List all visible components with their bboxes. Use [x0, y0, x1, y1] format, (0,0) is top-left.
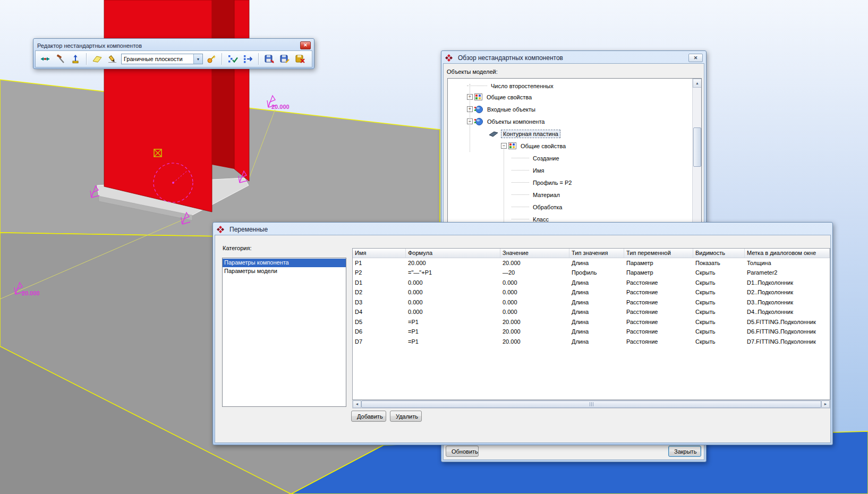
table-row[interactable]: P2="—"+P1—20ПрофильПараметрСкрытьParamet…: [353, 268, 830, 278]
table-cell[interactable]: Скрыть: [693, 297, 745, 308]
tree-item-label[interactable]: Общие свойства: [519, 142, 567, 150]
variables-titlebar[interactable]: Переменные: [215, 224, 831, 235]
table-cell[interactable]: D7: [353, 337, 406, 347]
tree-item-label[interactable]: Профиль = P2: [531, 179, 573, 186]
tree-item[interactable]: Создание: [448, 152, 701, 164]
table-cell[interactable]: Расстояние: [624, 337, 693, 347]
table-cell[interactable]: 20.000: [500, 327, 569, 337]
table-cell[interactable]: Скрыть: [693, 337, 745, 347]
table-cell[interactable]: P1: [353, 258, 406, 268]
tree-item[interactable]: −Общие свойства: [448, 140, 701, 152]
table-cell[interactable]: D5.FITTING.Подколонник: [745, 317, 830, 327]
table-cell[interactable]: —20: [500, 268, 569, 278]
tree-item[interactable]: Имя: [448, 164, 701, 176]
table-cell[interactable]: Скрыть: [693, 327, 745, 337]
category-list[interactable]: Параметры компонентаПараметры модели: [222, 258, 346, 407]
measure-icon[interactable]: [69, 53, 83, 65]
table-row[interactable]: D10.0000.000ДлинаРасстояниеСкрытьD1..Под…: [353, 278, 830, 288]
table-cell[interactable]: 20.000: [406, 258, 500, 268]
scroll-up-icon[interactable]: ▲: [693, 79, 702, 88]
tree-item-label[interactable]: Контурная пластина: [501, 130, 560, 138]
tree-item[interactable]: Профиль = P2: [448, 176, 701, 189]
table-row[interactable]: D40.0000.000ДлинаРасстояниеСкрытьD4..Под…: [353, 308, 830, 318]
table-cell[interactable]: Толщина: [745, 258, 830, 268]
tree-item-label[interactable]: Общие свойства: [485, 93, 533, 101]
table-cell[interactable]: Длина: [569, 337, 624, 347]
column-header[interactable]: Видимость: [693, 249, 745, 258]
apply-icon[interactable]: [205, 53, 218, 65]
table-cell[interactable]: 20.000: [500, 258, 569, 268]
table-cell[interactable]: D4..Подколонник: [745, 308, 830, 318]
chevron-down-icon[interactable]: ▼: [193, 54, 202, 64]
table-cell[interactable]: Расстояние: [624, 327, 693, 337]
table-cell[interactable]: =P1: [406, 317, 500, 327]
table-cell[interactable]: Скрыть: [693, 308, 745, 318]
table-cell[interactable]: 0.000: [406, 297, 500, 308]
tree-item[interactable]: Материал: [448, 189, 701, 201]
table-row[interactable]: D6=P120.000ДлинаРасстояниеСкрытьD6.FITTI…: [353, 327, 830, 337]
plane-icon[interactable]: [90, 53, 104, 65]
table-cell[interactable]: D6: [353, 327, 406, 337]
table-cell[interactable]: Скрыть: [693, 268, 745, 278]
category-item[interactable]: Параметры модели: [223, 267, 346, 276]
table-cell[interactable]: Расстояние: [624, 317, 693, 327]
scroll-left-icon[interactable]: ◄: [353, 401, 361, 408]
table-cell[interactable]: D7.FITTING.Подколонник: [745, 337, 830, 347]
table-cell[interactable]: Длина: [569, 308, 624, 318]
tree-item-label[interactable]: Создание: [531, 155, 561, 162]
variables-table[interactable]: ИмяФормулаЗначениеТип значенияТип переме…: [352, 248, 830, 400]
table-row[interactable]: D5=P120.000ДлинаРасстояниеСкрытьD5.FITTI…: [353, 317, 830, 327]
save-as-icon[interactable]: [278, 53, 292, 65]
table-cell[interactable]: D2..Подколонник: [745, 288, 830, 298]
table-cell[interactable]: 0.000: [406, 278, 500, 288]
table-cell[interactable]: Параметр: [624, 268, 693, 278]
table-cell[interactable]: Parameter2: [745, 268, 830, 278]
table-cell[interactable]: Длина: [569, 297, 624, 308]
tree-item[interactable]: Обработка: [448, 201, 701, 213]
boundary-planes-icon[interactable]: [38, 53, 52, 65]
table-row[interactable]: D7=P120.000ДлинаРасстояниеСкрытьD7.FITTI…: [353, 337, 830, 347]
tree-item[interactable]: Число второстепенных: [448, 79, 701, 91]
tree-item[interactable]: +Входные объекты: [448, 103, 701, 115]
add-button[interactable]: Добавить: [351, 411, 386, 422]
pencil-icon[interactable]: [106, 53, 120, 65]
table-cell[interactable]: 0.000: [500, 278, 569, 288]
check-objects-icon[interactable]: [226, 53, 240, 65]
table-cell[interactable]: =P1: [406, 327, 500, 337]
column-header[interactable]: Формула: [406, 249, 500, 258]
table-cell[interactable]: D5: [353, 317, 406, 327]
scroll-thumb[interactable]: [693, 127, 701, 167]
table-cell[interactable]: Скрыть: [693, 317, 745, 327]
table-row[interactable]: D20.0000.000ДлинаРасстояниеСкрытьD2..Под…: [353, 288, 830, 298]
table-cell[interactable]: D1: [353, 278, 406, 288]
column-header[interactable]: Тип переменной: [624, 249, 693, 258]
table-cell[interactable]: Параметр: [624, 258, 693, 268]
category-item[interactable]: Параметры компонента: [223, 259, 346, 267]
table-cell[interactable]: P2: [353, 268, 406, 278]
tree-item-label[interactable]: Имя: [531, 167, 546, 174]
scroll-right-icon[interactable]: ►: [821, 401, 830, 408]
table-cell[interactable]: 0.000: [500, 308, 569, 318]
table-cell[interactable]: Длина: [569, 288, 624, 298]
close-icon[interactable]: ✕: [688, 54, 703, 62]
table-cell[interactable]: Длина: [569, 258, 624, 268]
table-cell[interactable]: D1..Подколонник: [745, 278, 830, 288]
table-cell[interactable]: 20.000: [500, 317, 569, 327]
component-editor-titlebar[interactable]: Редактор нестандартных компонентов ✕: [35, 40, 312, 50]
table-cell[interactable]: ="—"+P1: [406, 268, 500, 278]
table-cell[interactable]: Расстояние: [624, 297, 693, 308]
table-row[interactable]: P120.00020.000ДлинаПараметрПоказатьТолщи…: [353, 258, 830, 268]
table-cell[interactable]: Скрыть: [693, 288, 745, 298]
table-cell[interactable]: D2: [353, 288, 406, 298]
column-header[interactable]: Имя: [353, 249, 406, 258]
table-cell[interactable]: =P1: [406, 337, 500, 347]
table-cell[interactable]: 0.000: [406, 308, 500, 318]
close-icon[interactable]: ✕: [300, 41, 311, 49]
table-cell[interactable]: Длина: [569, 317, 624, 327]
table-header[interactable]: ИмяФормулаЗначениеТип значенияТип переме…: [353, 249, 830, 258]
table-cell[interactable]: Профиль: [569, 268, 624, 278]
tree-item-label[interactable]: Обработка: [531, 203, 564, 211]
table-cell[interactable]: Скрыть: [693, 278, 745, 288]
save-icon[interactable]: [262, 53, 276, 65]
update-button[interactable]: Обновить: [446, 446, 479, 457]
